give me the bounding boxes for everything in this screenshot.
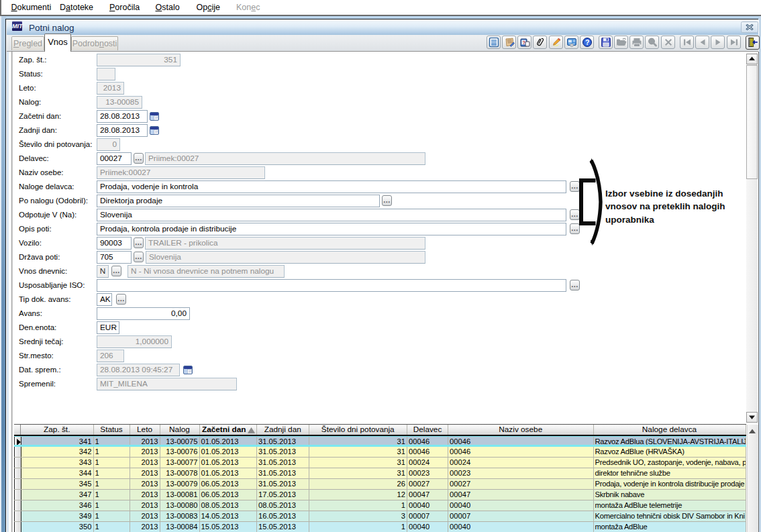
svg-text:?: ? [523,40,525,45]
svg-text:?: ? [585,38,589,46]
